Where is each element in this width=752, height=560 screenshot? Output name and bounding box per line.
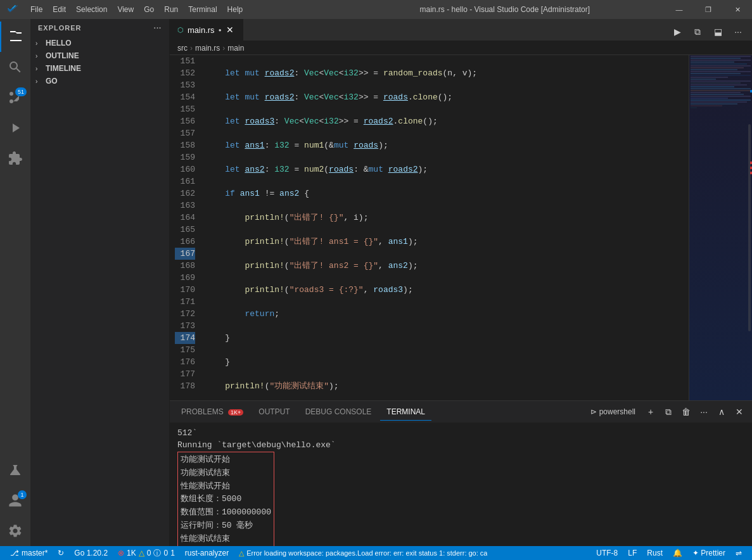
chevron-right-icon: › [35,65,46,72]
menu-view[interactable]: View [112,0,139,19]
close-button[interactable]: ✕ [723,0,752,19]
source-control-badge: 51 [15,87,27,96]
menu-file[interactable]: File [25,0,48,19]
menu-terminal[interactable]: Terminal [183,0,222,19]
editor-area: ⬡ main.rs ● ✕ ▶ ⧉ ⬓ ··· src › main.rs › … [170,19,752,546]
extensions-icon[interactable] [0,143,30,174]
menu-help[interactable]: Help [222,0,248,19]
go-version-label: Go 1.20.2 [74,549,108,557]
term-line-array-len: 数组长度：5000 [181,493,271,506]
editor-tabs: ⬡ main.rs ● ✕ ▶ ⧉ ⬓ ··· [170,19,752,41]
account-badge: 1 [18,490,27,499]
tab-close-button[interactable]: ✕ [225,25,235,35]
remote-icon: ⇌ [736,549,742,557]
breadcrumb-main[interactable]: main [227,44,244,53]
kill-terminal-button[interactable]: 🗑 [679,404,694,419]
tab-debug-console[interactable]: DEBUG CONSOLE [299,404,378,420]
rust-analyzer-item[interactable]: rust-analyzer [180,546,234,560]
svg-point-2 [10,92,13,96]
run-icon[interactable] [0,113,30,143]
sidebar-item-outline[interactable]: › OUTLINE [30,49,169,62]
go-version-item[interactable]: Go 1.20.2 [69,546,113,560]
terminal-panel: PROBLEMS 1K+ OUTPUT DEBUG CONSOLE TERMIN… [170,400,752,546]
menu-go[interactable]: Go [139,0,159,19]
close-panel-button[interactable]: ✕ [732,404,747,419]
remote-item[interactable]: ⇌ [730,546,747,560]
prettier-item[interactable]: ✦ Prettier [687,546,730,560]
split-editor-icon[interactable]: ⧉ [689,23,706,41]
sidebar-outline-label: OUTLINE [46,51,79,60]
line-endings-item[interactable]: LF [623,546,642,560]
tab-rs-icon: ⬡ [177,26,184,34]
window-controls: — ❐ ✕ [665,0,752,19]
line-numbers: 151 152 153 154 155 156 157 158 159 160 … [170,55,200,400]
term-line-runtime: 运行时间：50 毫秒 [181,519,271,533]
add-terminal-button[interactable]: + [643,404,658,419]
language-item[interactable]: Rust [642,546,668,560]
breadcrumb-src[interactable]: src [177,44,188,53]
window-title: main.rs - hello - Visual Studio Code [Ad… [345,5,665,14]
breadcrumb-sep2: › [222,44,225,53]
search-icon[interactable] [0,52,30,82]
account-icon[interactable]: 1 [0,485,30,516]
sidebar-item-timeline[interactable]: › TIMELINE [30,62,169,75]
menu-selection[interactable]: Selection [71,0,112,19]
maximize-button[interactable]: ❐ [694,0,723,19]
notification-item[interactable]: 🔔 [668,546,687,560]
branch-item[interactable]: ⎇ master* [5,546,53,560]
term-line-perf-end: 性能测试结束 [181,533,271,546]
tab-terminal[interactable]: TERMINAL [380,404,431,421]
panel-tabs: PROBLEMS 1K+ OUTPUT DEBUG CONSOLE TERMIN… [170,401,752,423]
chevron-right-icon: › [35,53,46,60]
explorer-label: EXPLORER [38,24,82,32]
sync-item[interactable]: ↻ [53,546,69,560]
split-terminal-button[interactable]: ⧉ [661,404,676,419]
sidebar: EXPLORER ··· › HELLO › OUTLINE › TIMELIN… [30,19,170,546]
settings-icon[interactable] [0,516,30,546]
info-icon: ⓘ [153,548,161,559]
more-terminal-button[interactable]: ··· [696,404,711,419]
encoding-label: UTF-8 [596,549,618,557]
sync-icon: ↻ [58,549,64,557]
term-line-value-range: 数值范围：1000000000 [181,506,271,519]
explorer-icon[interactable] [0,22,30,52]
encoding-item[interactable]: UTF-8 [591,546,623,560]
tab-actions: ▶ ⧉ ⬓ ··· [668,23,752,41]
svg-point-0 [10,99,13,103]
error-warning-item[interactable]: ⊗ 1K △ 0 ⓘ 0 1 [113,546,180,560]
code-content[interactable]: let mut roads2: Vec<Vec<i32>> = random_r… [200,55,689,400]
test-icon[interactable] [0,455,30,485]
panel-toggle-icon[interactable]: ⬓ [709,23,727,41]
tab-problems[interactable]: PROBLEMS 1K+ [175,404,250,420]
expand-terminal-button[interactable]: ∧ [714,404,729,419]
minimize-button[interactable]: — [665,0,694,19]
sidebar-timeline-label: TIMELINE [46,64,81,73]
tab-main-rs[interactable]: ⬡ main.rs ● ✕ [170,19,243,41]
chevron-right-icon: › [35,78,46,85]
run-icon[interactable]: ▶ [668,23,686,41]
term-line-func-end: 功能测试结束 [181,467,271,480]
error-count: 1K [127,549,136,557]
menu-run[interactable]: Run [159,0,183,19]
rust-analyzer-label: rust-analyzer [185,549,229,557]
breadcrumb-mainrs[interactable]: main.rs [195,44,220,53]
sidebar-more-button[interactable]: ··· [154,24,162,32]
minimap[interactable] [689,55,752,400]
shell-label: ⊳ powershell [585,407,640,416]
terminal-content[interactable]: 512` Running `target\debug\hello.exe` 功能… [170,423,752,546]
error-msg-item[interactable]: △ Error loading workspace: packages.Load… [234,546,487,560]
menu-edit[interactable]: Edit [48,0,71,19]
breadcrumb-sep1: › [190,44,193,53]
code-editor[interactable]: 151 152 153 154 155 156 157 158 159 160 … [170,55,752,400]
term-output-block: 功能测试开始 功能测试结束 性能测试开始 数组长度：5000 数值范围：1000… [177,451,744,546]
sidebar-item-go[interactable]: › GO [30,75,169,87]
sidebar-go-label: GO [46,77,58,86]
more-actions-icon[interactable]: ··· [729,23,747,41]
status-right: UTF-8 LF Rust 🔔 ✦ Prettier ⇌ [591,546,747,560]
sidebar-item-hello[interactable]: › HELLO [30,37,169,49]
tab-output[interactable]: OUTPUT [252,404,296,420]
branch-name: master* [22,549,48,557]
menu-bar: File Edit Selection View Go Run Terminal… [25,0,345,19]
error-icon: ⊗ [118,549,124,557]
source-control-icon[interactable]: 51 [0,82,30,113]
